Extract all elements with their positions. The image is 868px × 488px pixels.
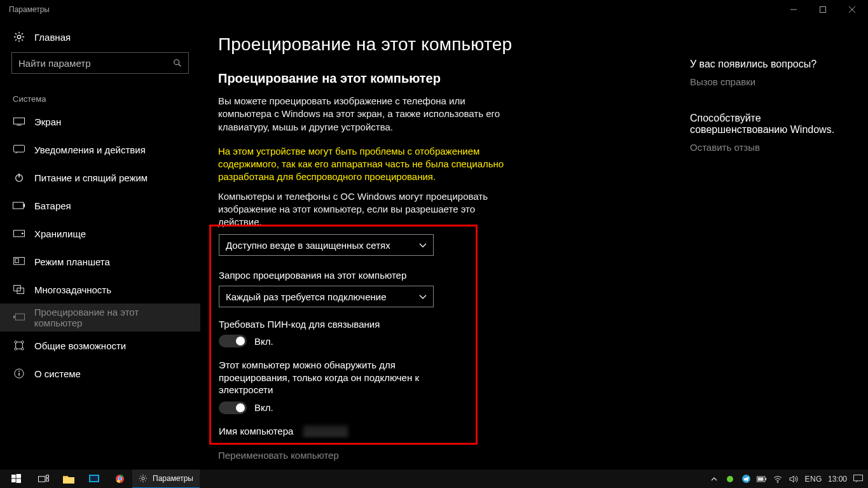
taskbar-app-icon[interactable] [81, 470, 107, 489]
multitask-icon [13, 283, 25, 296]
search-wrap [0, 50, 200, 79]
sidebar-item-battery[interactable]: Батарея [0, 192, 200, 220]
svg-rect-31 [16, 479, 21, 484]
display-icon [13, 115, 25, 128]
discover-toggle[interactable] [219, 401, 247, 414]
sidebar-item-multitasking[interactable]: Многозадачность [0, 275, 200, 303]
svg-rect-45 [758, 477, 764, 480]
sidebar-item-about[interactable]: О системе [0, 359, 200, 387]
allow-text: Компьютеры и телефоны с ОС Windows могут… [218, 190, 498, 229]
search-input[interactable] [18, 58, 171, 69]
discover-label: Этот компьютер можно обнаружить для прое… [219, 359, 468, 396]
taskbar: Параметры ENG 13:00 [0, 469, 868, 488]
active-app[interactable]: Параметры [132, 470, 200, 489]
home-label: Главная [34, 32, 71, 43]
pc-name-value [303, 426, 348, 436]
content: Проецирование на этот компьютер Проециро… [200, 19, 690, 469]
feedback-link[interactable]: Оставить отзыв [690, 142, 855, 153]
improve-header: Способствуйте совершенствованию Windows. [690, 113, 855, 136]
svg-point-15 [22, 233, 24, 235]
power-icon [13, 171, 25, 184]
svg-point-40 [142, 477, 144, 479]
pin-toggle[interactable] [219, 335, 247, 347]
clock[interactable]: 13:00 [828, 475, 847, 484]
active-app-label: Параметры [153, 474, 193, 483]
sidebar-item-notifications[interactable]: Уведомления и действия [0, 136, 200, 164]
shared-icon [13, 339, 25, 352]
help-link[interactable]: Вызов справки [690, 76, 855, 87]
minimize-button[interactable] [779, 0, 808, 19]
sidebar-item-label: Питание и спящий режим [34, 172, 148, 183]
storage-icon [13, 227, 25, 240]
battery-tray-icon[interactable] [757, 474, 767, 484]
start-button[interactable] [1, 470, 31, 489]
svg-point-5 [174, 60, 179, 65]
volume-tray-icon[interactable] [789, 474, 799, 484]
window-controls [779, 0, 867, 19]
sidebar-item-shared[interactable]: Общие возможности [0, 331, 200, 359]
battery-icon [13, 199, 25, 212]
gear-icon [139, 474, 148, 483]
svg-rect-29 [16, 474, 21, 478]
sidebar-item-label: Проецирование на этот компьютер [34, 307, 188, 328]
chrome-button[interactable] [107, 470, 132, 489]
sidebar-item-label: Общие возможности [34, 340, 126, 351]
svg-point-27 [18, 371, 20, 372]
sidebar-item-label: Экран [34, 116, 61, 127]
sidebar-item-storage[interactable]: Хранилище [0, 220, 200, 247]
maximize-button[interactable] [808, 0, 837, 19]
gear-icon [13, 31, 25, 43]
svg-rect-33 [46, 475, 48, 477]
svg-line-6 [179, 64, 181, 67]
svg-rect-17 [15, 259, 18, 263]
search-icon [173, 59, 182, 67]
svg-rect-34 [46, 478, 48, 481]
svg-point-23 [15, 348, 17, 351]
sidebar-item-label: Режим планшета [34, 256, 110, 267]
pc-name-row: Имя компьютера [219, 426, 468, 436]
tray-icon[interactable] [725, 474, 735, 484]
close-button[interactable] [837, 0, 867, 19]
sidebar-item-label: Хранилище [34, 228, 86, 239]
ask-dropdown[interactable]: Каждый раз требуется подключение [219, 286, 434, 307]
availability-dropdown[interactable]: Доступно везде в защищенных сетях [219, 234, 434, 256]
taskbar-right: ENG 13:00 [709, 474, 867, 484]
right-panel: У вас появились вопросы? Вызов справки С… [690, 19, 868, 469]
rename-link[interactable]: Переименовать компьютер [218, 450, 690, 461]
sidebar-item-label: Батарея [34, 200, 71, 211]
sidebar-item-power[interactable]: Питание и спящий режим [0, 164, 200, 192]
sidebar-item-tablet[interactable]: Режим планшета [0, 247, 200, 275]
svg-rect-12 [13, 202, 23, 209]
project-icon [13, 311, 25, 324]
svg-rect-28 [11, 475, 16, 478]
section-title: Проецирование на этот компьютер [218, 71, 690, 86]
sidebar-item-projecting[interactable]: Проецирование на этот компьютер [0, 303, 200, 331]
taskbar-left: Параметры [1, 470, 200, 488]
questions-header: У вас появились вопросы? [690, 59, 855, 70]
chevron-down-icon [419, 293, 427, 300]
svg-point-22 [22, 341, 24, 344]
chevron-down-icon [419, 241, 427, 249]
tray-chevron-icon[interactable] [709, 474, 719, 484]
sidebar-item-display[interactable]: Экран [0, 108, 200, 136]
wifi-tray-icon[interactable] [773, 474, 783, 484]
explorer-button[interactable] [56, 470, 81, 489]
taskview-button[interactable] [31, 470, 56, 489]
telegram-icon[interactable] [741, 474, 751, 484]
search-input-wrapper[interactable] [11, 52, 189, 74]
sidebar-item-label: О системе [34, 368, 81, 379]
action-center-icon[interactable] [853, 474, 863, 484]
dropdown-value: Доступно везде в защищенных сетях [226, 240, 390, 251]
sidebar-item-label: Уведомления и действия [34, 144, 146, 155]
titlebar: Параметры [0, 0, 868, 19]
svg-point-39 [118, 477, 121, 480]
dropdown-value: Каждый раз требуется подключение [226, 291, 387, 302]
pin-label: Требовать ПИН-код для связывания [219, 319, 468, 330]
language-indicator[interactable]: ENG [804, 475, 822, 484]
nav: Экран Уведомления и действия Питание и с… [0, 108, 200, 387]
svg-point-24 [22, 348, 24, 351]
svg-rect-1 [820, 7, 826, 13]
home-button[interactable]: Главная [0, 25, 200, 50]
page-title: Проецирование на этот компьютер [218, 34, 690, 55]
svg-rect-7 [13, 118, 24, 124]
